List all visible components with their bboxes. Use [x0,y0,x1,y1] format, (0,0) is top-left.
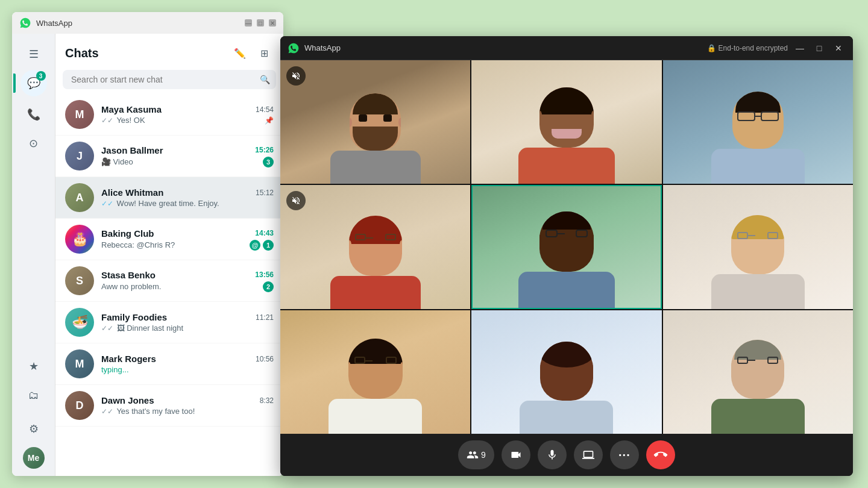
lock-icon: 🔒 [707,44,716,52]
chat-name: Alice Whitman [101,187,163,198]
chat-preview: ✓✓ Wow! Have great time. Enjoy. [101,199,274,208]
chat-name: Mark Rogers [101,354,156,364]
main-window-controls: — □ ✕ [245,19,276,27]
end-call-icon [651,445,670,464]
participant-tile [280,185,470,308]
list-item[interactable]: M Mark Rogers 10:56 typing... [55,343,283,385]
minimize-button[interactable]: — [245,19,252,27]
chat-info: Alice Whitman 15:12 ✓✓ Wow! Have great t… [101,187,274,208]
sidebar-item-starred[interactable]: ★ [20,353,47,380]
call-close-button[interactable]: ✕ [831,41,846,55]
main-title-text: WhatsApp [36,19,240,28]
call-window-controls: — □ ✕ [793,41,846,55]
chat-info: Maya Kasuma 14:54 ✓✓ Yes! OK 📌 [101,104,274,125]
encryption-text: End-to-end encrypted [719,44,788,52]
participant-tile [663,60,853,184]
avatar: 🍜 [65,308,94,337]
search-input[interactable] [63,70,276,89]
list-item[interactable]: J Jason Ballmer 15:26 🎥 Video 3 [55,136,283,177]
new-chat-button[interactable]: ✏️ [230,43,250,63]
main-window: WhatsApp — □ ✕ ☰ 💬 3 📞 ⊙ ★ 🗂 ⚙ Me [12,12,283,476]
mute-button[interactable] [538,440,567,469]
list-item[interactable]: S Stasa Benko 13:56 Aww no problem. 2 [55,260,283,302]
participant-tile [471,185,661,308]
app-body: ☰ 💬 3 📞 ⊙ ★ 🗂 ⚙ Me Chats ✏️ [12,34,283,476]
video-icon [510,449,522,461]
unread-badge: 3 [263,157,274,167]
filter-button[interactable]: ⊞ [254,43,274,63]
close-button[interactable]: ✕ [269,19,276,27]
call-window: WhatsApp 🔒 End-to-end encrypted — □ ✕ [280,36,853,476]
sidebar-item-status[interactable]: ⊙ [20,130,47,157]
search-icon[interactable]: 🔍 [260,75,270,84]
chat-name: Maya Kasuma [101,104,162,114]
chat-preview: Rebecca: @Chris R? [101,240,250,249]
participant-count: 9 [481,450,486,460]
encryption-indicator: 🔒 End-to-end encrypted [707,44,788,52]
avatar: M [65,100,94,129]
chat-preview: ✓✓ 🖼 Dinner last night [101,324,274,333]
chat-time: 11:21 [256,313,274,322]
chat-header: Chats ✏️ ⊞ [55,34,283,67]
unread-badge: 2 [263,281,274,292]
sidebar-item-calls[interactable]: 📞 [20,101,47,128]
participants-icon [467,449,479,461]
chat-time: 15:12 [256,189,274,197]
avatar: S [65,266,94,295]
sidebar-item-menu[interactable]: ☰ [20,41,47,67]
chats-badge: 3 [36,71,46,81]
end-call-button[interactable] [646,440,675,469]
chat-name: Dawn Jones [101,395,154,405]
list-item[interactable]: 🎂 Baking Club 14:43 Rebecca: @Chris R? @… [55,219,283,260]
screen-share-button[interactable] [574,440,603,469]
call-bottom-bar: 9 ··· [280,434,853,476]
list-item[interactable]: M Maya Kasuma 14:54 ✓✓ Yes! OK 📌 [55,94,283,136]
chat-time: 8:32 [260,396,274,405]
chat-name: Stasa Benko [101,270,156,280]
chat-preview: ✓✓ Yes! OK [101,116,265,125]
list-item[interactable]: 🍜 Family Foodies 11:21 ✓✓ 🖼 Dinner last … [55,302,283,343]
chat-time: 15:26 [255,146,274,154]
more-options-button[interactable]: ··· [610,440,639,469]
chat-time: 14:54 [256,105,274,114]
participant-tile [280,60,470,184]
avatar: M [65,349,94,378]
screen-share-icon [582,449,594,461]
new-chat-icon: ✏️ [234,48,246,59]
call-title-text: WhatsApp [304,43,702,52]
maximize-button[interactable]: □ [257,19,264,27]
sidebar-item-archived[interactable]: 🗂 [20,382,47,408]
call-maximize-button[interactable]: □ [812,41,826,55]
chat-time: 13:56 [255,271,274,279]
avatar: J [65,142,94,170]
chat-name: Jason Ballmer [101,145,163,155]
video-button[interactable] [502,440,530,469]
chat-list: M Maya Kasuma 14:54 ✓✓ Yes! OK 📌 [55,94,283,476]
filter-icon: ⊞ [260,48,268,59]
chat-preview: 🎥 Video [101,157,263,166]
microphone-icon [546,449,558,461]
tick-icon: ✓✓ [101,199,113,208]
participants-button[interactable]: 9 [458,440,494,469]
call-video-grid [280,60,853,434]
call-minimize-button[interactable]: — [793,41,807,55]
chats-title: Chats [65,46,99,60]
tick-icon: ✓✓ [101,116,113,125]
list-item[interactable]: D Dawn Jones 8:32 ✓✓ Yes that's my fave … [55,385,283,427]
list-item[interactable]: A Alice Whitman 15:12 ✓✓ Wow! Have great… [55,177,283,219]
call-title-bar: WhatsApp 🔒 End-to-end encrypted — □ ✕ [280,36,853,60]
sidebar: ☰ 💬 3 📞 ⊙ ★ 🗂 ⚙ Me [12,34,55,476]
sidebar-item-settings[interactable]: ⚙ [20,416,47,442]
avatar: 🎂 [65,225,94,254]
chat-info: Jason Ballmer 15:26 🎥 Video 3 [101,145,274,167]
tick-icon: ✓✓ [101,324,113,333]
chat-header-icons: ✏️ ⊞ [230,43,274,63]
chat-preview: typing... [101,365,274,374]
pin-icon: 📌 [265,116,274,125]
sidebar-item-profile[interactable]: Me [23,447,45,469]
participant-tile [471,60,661,184]
participant-tile [471,310,661,434]
more-options-icon: ··· [618,448,631,462]
chat-info: Baking Club 14:43 Rebecca: @Chris R? @ 1 [101,228,274,251]
sidebar-item-chats[interactable]: 💬 3 [20,70,47,96]
